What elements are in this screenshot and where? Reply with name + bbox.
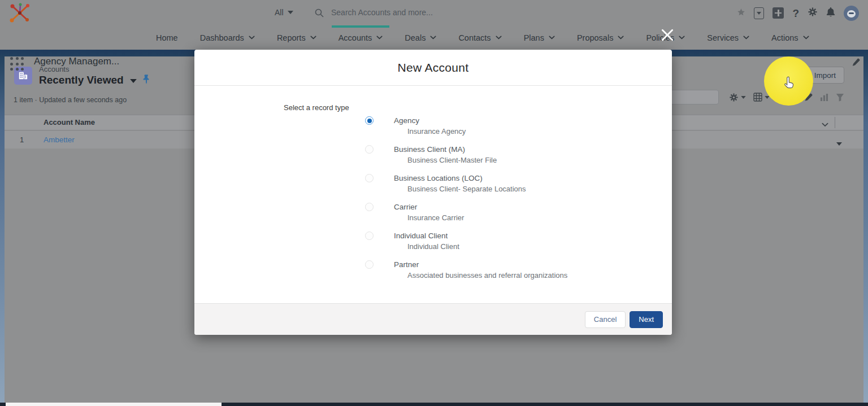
new-account-modal: New Account Select a record type AgencyI…	[194, 50, 672, 335]
tab-label: Dashboards	[200, 33, 244, 42]
tab-label: Contacts	[458, 33, 491, 42]
next-button[interactable]: Next	[630, 311, 663, 328]
tab-label: Services	[707, 33, 739, 42]
chevron-down-icon	[679, 36, 685, 40]
column-header-account-name[interactable]: Account Name	[44, 115, 95, 130]
chevron-down-icon	[249, 36, 255, 40]
record-type-description: Insurance Agency	[394, 126, 466, 137]
record-type-description: Insurance Carrier	[394, 212, 464, 223]
tab-plans[interactable]: Plans	[517, 25, 562, 50]
global-header: All ?	[0, 0, 868, 25]
chevron-down-icon	[310, 36, 316, 40]
nav-tabs: HomeDashboardsReportsAccountsDealsContac…	[149, 25, 816, 50]
chevron-down-icon	[496, 36, 502, 40]
record-type-text: PartnerAssociated businesses and referra…	[394, 259, 567, 281]
global-search-input[interactable]	[331, 5, 574, 20]
row-actions-button[interactable]	[836, 138, 842, 148]
record-type-text: Business Client (MA)Business Client-Mast…	[394, 144, 497, 165]
company-logo-icon	[7, 1, 33, 27]
chevron-down-icon	[430, 36, 436, 40]
setup-gear-icon[interactable]	[808, 7, 818, 19]
record-type-description: Associated businesses and referral organ…	[394, 270, 567, 281]
column-chevron-icon[interactable]	[822, 119, 828, 129]
record-type-text: CarrierInsurance Carrier	[394, 202, 464, 223]
tab-label: Deals	[405, 33, 426, 42]
list-view-name[interactable]: Recently Viewed	[39, 74, 124, 86]
record-type-options: AgencyInsurance AgencyBusiness Client (M…	[365, 115, 567, 281]
record-type-text: AgencyInsurance Agency	[394, 115, 466, 137]
app-launcher-icon[interactable]	[10, 57, 24, 71]
tab-home[interactable]: Home	[149, 25, 185, 50]
record-type-option-partner[interactable]: PartnerAssociated businesses and referra…	[365, 259, 567, 281]
nav-edit-pencil-icon[interactable]	[852, 58, 860, 69]
video-progress-bar	[0, 403, 868, 406]
radio-unselected[interactable]	[365, 145, 374, 154]
quick-create-button[interactable]	[772, 7, 784, 19]
radio-unselected[interactable]	[365, 232, 374, 240]
record-type-label: Individual Client	[394, 230, 459, 241]
tab-dashboards[interactable]: Dashboards	[193, 25, 262, 50]
record-type-label: Business Locations (LOC)	[394, 173, 526, 184]
view-title-row: Recently Viewed	[39, 74, 150, 86]
record-type-label: Partner	[394, 259, 567, 270]
favorites-star-icon[interactable]	[737, 8, 745, 19]
radio-unselected[interactable]	[365, 203, 374, 211]
cursor-highlight	[764, 56, 813, 106]
tab-label: Plans	[524, 33, 544, 42]
tab-label: Reports	[277, 33, 306, 42]
record-type-label: Agency	[394, 115, 466, 126]
chevron-down-icon	[549, 36, 555, 40]
cancel-button[interactable]: Cancel	[585, 311, 626, 328]
video-progress-fill	[6, 403, 222, 406]
record-type-text: Individual ClientIndividual Client	[394, 230, 459, 252]
record-type-option-individual-client[interactable]: Individual ClientIndividual Client	[365, 230, 567, 252]
caret-down-icon	[288, 11, 293, 14]
modal-title: New Account	[398, 61, 469, 75]
chevron-down-icon	[743, 36, 749, 40]
favorites-list-dropdown[interactable]	[754, 7, 764, 19]
record-type-option-carrier[interactable]: CarrierInsurance Carrier	[365, 202, 567, 223]
record-type-label: Carrier	[394, 202, 464, 212]
tab-actions[interactable]: Actions	[765, 25, 816, 50]
tab-reports[interactable]: Reports	[270, 25, 323, 50]
radio-selected[interactable]	[365, 116, 374, 125]
search-scope-label: All	[275, 8, 284, 17]
caret-down-icon	[741, 96, 746, 99]
filters-button[interactable]	[836, 93, 844, 102]
tab-deals[interactable]: Deals	[398, 25, 443, 50]
record-type-option-agency[interactable]: AgencyInsurance Agency	[365, 115, 567, 137]
list-settings-button[interactable]	[729, 93, 746, 102]
tab-contacts[interactable]: Contacts	[452, 25, 508, 50]
account-link[interactable]: Ambetter	[44, 131, 75, 149]
search-icon	[315, 8, 324, 20]
record-type-option-business-locations-loc[interactable]: Business Locations (LOC)Business Client-…	[365, 173, 567, 194]
user-avatar[interactable]	[844, 6, 859, 21]
caret-down-icon	[757, 12, 761, 15]
notifications-bell-icon[interactable]	[826, 7, 835, 19]
tab-services[interactable]: Services	[700, 25, 756, 50]
chevron-down-icon	[803, 36, 809, 40]
search-scope-selector[interactable]: All	[275, 8, 293, 17]
help-icon[interactable]: ?	[792, 8, 799, 19]
chevron-down-icon	[376, 36, 383, 40]
pin-icon[interactable]	[143, 75, 150, 86]
nav-bar: Agency Managem... HomeDashboardsReportsA…	[0, 25, 868, 50]
modal-close-button[interactable]	[658, 26, 676, 44]
record-type-description: Individual Client	[394, 241, 459, 252]
view-selector-caret-icon[interactable]	[130, 75, 137, 85]
tab-label: Actions	[771, 33, 798, 42]
cursor-icon	[782, 76, 797, 90]
charts-button[interactable]	[820, 93, 828, 102]
record-type-text: Business Locations (LOC)Business Client-…	[394, 173, 526, 194]
column-divider	[835, 117, 835, 128]
app-name-label: Agency Managem...	[34, 56, 119, 67]
radio-unselected[interactable]	[365, 260, 374, 269]
record-type-option-business-client-ma[interactable]: Business Client (MA)Business Client-Mast…	[365, 144, 567, 165]
modal-header: New Account	[194, 50, 672, 86]
screen: All ? Agency	[0, 0, 868, 406]
tab-proposals[interactable]: Proposals	[570, 25, 631, 50]
record-type-description: Business Client-Master File	[394, 155, 497, 165]
tab-accounts[interactable]: Accounts	[332, 25, 390, 50]
modal-footer: Cancel Next	[194, 303, 672, 335]
radio-unselected[interactable]	[365, 174, 374, 182]
